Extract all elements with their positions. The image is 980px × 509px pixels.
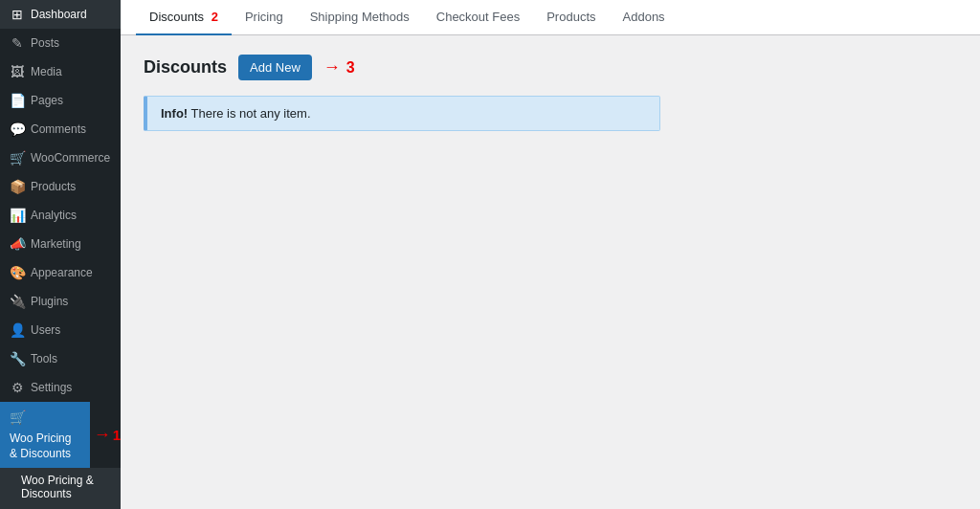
add-new-button[interactable]: Add New <box>238 55 312 80</box>
sidebar-item-label: Comments <box>31 122 86 136</box>
sidebar-item-label: Products <box>31 180 76 193</box>
sidebar-item-label: Settings <box>31 381 72 394</box>
info-message: There is not any item. <box>191 106 311 121</box>
sidebar-item-tools[interactable]: 🔧 Tools <box>0 344 121 373</box>
sidebar-item-label: WooCommerce <box>31 151 110 165</box>
woo-pricing-icon: 🛒 <box>10 409 25 426</box>
info-box: Info! There is not any item. <box>144 96 660 131</box>
tabs-bar: Discounts 2 Pricing Shipping Methods Che… <box>121 0 980 35</box>
dashboard-icon: ⊞ <box>10 7 25 22</box>
tab-products[interactable]: Products <box>533 0 609 35</box>
tab-checkout-label: Checkout Fees <box>436 10 520 24</box>
tab-pricing[interactable]: Pricing <box>232 0 297 35</box>
add-new-annotation: → 3 <box>323 57 355 77</box>
pages-icon: 📄 <box>10 93 25 108</box>
sidebar-item-woocommerce[interactable]: 🛒 WooCommerce <box>0 144 121 172</box>
appearance-icon: 🎨 <box>10 265 25 280</box>
sidebar-annotation-1: 1 <box>113 427 121 443</box>
tab-products-label: Products <box>546 10 595 24</box>
sidebar-item-label: Tools <box>31 352 57 365</box>
sidebar-item-pages[interactable]: 📄 Pages <box>0 86 121 115</box>
sidebar-item-settings[interactable]: ⚙ Settings <box>0 373 121 402</box>
sidebar-item-label: Dashboard <box>31 8 87 21</box>
plugins-icon: 🔌 <box>10 294 25 309</box>
submenu-item-woo-pricing[interactable]: Woo Pricing & Discounts <box>0 468 121 506</box>
tab-discounts-label: Discounts <box>149 10 204 24</box>
marketing-icon: 📣 <box>10 236 25 252</box>
tab-addons-label: Addons <box>623 10 665 24</box>
tab-annotation-2: 2 <box>212 10 218 24</box>
sidebar-item-media[interactable]: 🖼 Media <box>0 57 121 86</box>
page-content: Discounts Add New → 3 Info! There is not… <box>121 35 980 509</box>
woocommerce-icon: 🛒 <box>10 150 25 166</box>
sidebar-item-posts[interactable]: ✎ Posts <box>0 29 121 57</box>
sidebar-item-dashboard[interactable]: ⊞ Dashboard <box>0 0 121 29</box>
sidebar-item-marketing[interactable]: 📣 Marketing <box>0 230 121 258</box>
sidebar-arrow-right: → <box>94 425 111 445</box>
page-title: Discounts <box>144 57 227 77</box>
users-icon: 👤 <box>10 322 25 338</box>
sidebar-item-label: Posts <box>31 36 59 50</box>
media-icon: 🖼 <box>10 64 25 79</box>
settings-icon: ⚙ <box>10 380 25 395</box>
sidebar: ⊞ Dashboard ✎ Posts 🖼 Media 📄 Pages 💬 Co… <box>0 0 121 509</box>
tab-pricing-label: Pricing <box>245 10 283 24</box>
analytics-icon: 📊 <box>10 208 25 223</box>
sidebar-item-woo-pricing[interactable]: 🛒 Woo Pricing & Discounts <box>0 402 90 468</box>
tab-addons[interactable]: Addons <box>610 0 679 35</box>
tab-shipping-label: Shipping Methods <box>310 10 410 24</box>
products-icon: 📦 <box>10 179 25 194</box>
woo-pricing-label: Woo Pricing & Discounts <box>10 432 82 461</box>
tab-shipping-methods[interactable]: Shipping Methods <box>297 0 423 35</box>
annotation-3: 3 <box>346 59 355 77</box>
sidebar-item-label: Pages <box>31 94 63 107</box>
info-label: Info! <box>161 106 188 121</box>
sidebar-item-label: Media <box>31 65 62 78</box>
comments-icon: 💬 <box>10 122 25 137</box>
posts-icon: ✎ <box>10 35 25 51</box>
sidebar-item-users[interactable]: 👤 Users <box>0 316 121 344</box>
sidebar-item-label: Appearance <box>31 266 93 279</box>
submenu-label: Woo Pricing & Discounts <box>21 474 94 500</box>
sidebar-item-appearance[interactable]: 🎨 Appearance <box>0 258 121 287</box>
arrow-right-icon: → <box>323 57 341 77</box>
sidebar-submenu: Woo Pricing & Discounts Settings <box>0 468 121 509</box>
sidebar-item-comments[interactable]: 💬 Comments <box>0 115 121 144</box>
main-content: Discounts 2 Pricing Shipping Methods Che… <box>121 0 980 509</box>
content-header: Discounts Add New → 3 <box>144 55 957 80</box>
sidebar-item-label: Plugins <box>31 295 68 308</box>
sidebar-item-label: Marketing <box>31 237 81 251</box>
tab-discounts[interactable]: Discounts 2 <box>136 0 232 35</box>
sidebar-item-label: Analytics <box>31 209 77 222</box>
tab-checkout-fees[interactable]: Checkout Fees <box>423 0 533 35</box>
sidebar-item-plugins[interactable]: 🔌 Plugins <box>0 287 121 316</box>
sidebar-item-analytics[interactable]: 📊 Analytics <box>0 201 121 230</box>
sidebar-item-label: Users <box>31 323 60 337</box>
tools-icon: 🔧 <box>10 351 25 366</box>
sidebar-item-products[interactable]: 📦 Products <box>0 172 121 201</box>
